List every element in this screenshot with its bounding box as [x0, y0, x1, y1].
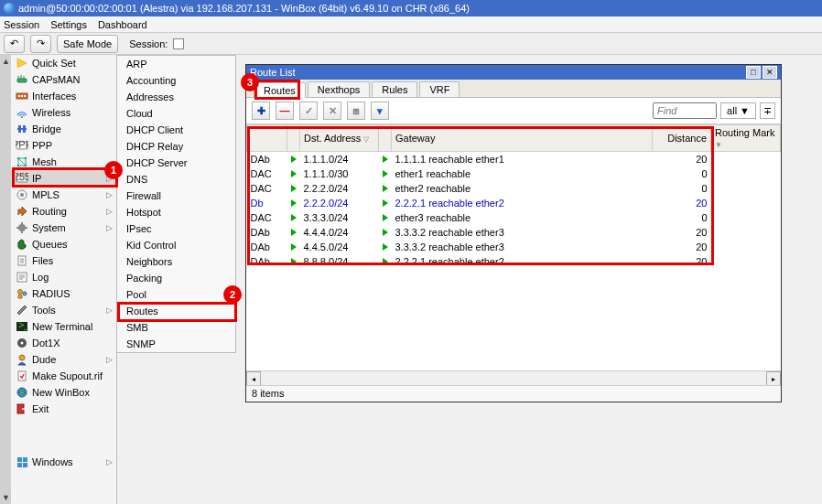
- route-row[interactable]: DAb4.4.5.0/243.3.3.2 reachable ether320: [247, 240, 781, 254]
- filter-all-dropdown[interactable]: all▼: [720, 102, 756, 119]
- route-window-minimize-button[interactable]: □: [746, 66, 761, 79]
- tab-routes[interactable]: Routes: [254, 82, 306, 98]
- route-row[interactable]: DAb1.1.1.0/241.1.1.1 reachable ether120: [247, 152, 781, 166]
- menu-settings[interactable]: Settings: [50, 19, 87, 30]
- bridge-icon: [15, 123, 28, 135]
- submenu-item-hotspot[interactable]: Hotspot: [117, 204, 235, 220]
- svg-rect-30: [16, 227, 19, 229]
- submenu-label: DHCP Server: [126, 157, 187, 168]
- tab-vrf[interactable]: VRF: [419, 81, 460, 97]
- side-rail-up-icon[interactable]: ▲: [2, 57, 10, 66]
- col-distance[interactable]: Distance: [653, 125, 711, 152]
- remove-route-button[interactable]: —: [276, 102, 294, 120]
- comment-route-button[interactable]: 🗉: [347, 102, 365, 120]
- sidebar-item-label: MPLS: [32, 189, 103, 200]
- sidebar-item-routing[interactable]: Routing▷: [11, 203, 116, 220]
- scroll-right-icon[interactable]: ▸: [766, 371, 781, 385]
- enable-route-button[interactable]: ✓: [299, 102, 318, 120]
- sidebar-item-windows[interactable]: Windows▷: [11, 454, 116, 470]
- route-row[interactable]: DAb8.8.8.0/242.2.2.1 reachable ether220: [247, 254, 781, 269]
- session-checkbox[interactable]: [173, 38, 184, 49]
- sidebar-item-radius[interactable]: RADIUS: [11, 285, 116, 302]
- submenu-item-arp[interactable]: ARP: [117, 56, 235, 72]
- menu-dashboard[interactable]: Dashboard: [98, 19, 147, 30]
- submenu-item-packing[interactable]: Packing: [117, 270, 235, 286]
- sidebar-item-ip[interactable]: 255IP▷: [11, 170, 116, 187]
- submenu-item-accounting[interactable]: Accounting: [117, 72, 235, 89]
- sidebar-item-dot1x[interactable]: Dot1X: [11, 335, 116, 351]
- col-routing-mark[interactable]: Routing Mark ▼: [711, 125, 781, 152]
- submenu-item-pool[interactable]: Pool: [117, 286, 235, 303]
- submenu-item-smb[interactable]: SMB: [117, 319, 235, 336]
- sidebar-item-queues[interactable]: Queues: [11, 236, 116, 252]
- radius-icon: [15, 287, 28, 300]
- scroll-left-icon[interactable]: ◂: [246, 371, 261, 385]
- filter-button[interactable]: ▾: [371, 102, 389, 120]
- files-icon: [15, 254, 28, 267]
- route-row[interactable]: DAC1.1.1.0/30ether1 reachable0: [247, 166, 781, 181]
- sidebar-item-new-terminal[interactable]: >_New Terminal: [11, 318, 116, 335]
- chevron-right-icon: ▷: [106, 174, 113, 183]
- submenu-item-addresses[interactable]: Addresses: [117, 89, 235, 105]
- sidebar-item-interfaces[interactable]: Interfaces: [11, 88, 116, 104]
- col-gateway[interactable]: Gateway: [392, 125, 653, 152]
- submenu-item-firewall[interactable]: Firewall: [117, 188, 235, 204]
- chevron-right-icon: ▷: [106, 207, 113, 216]
- sidebar-item-exit[interactable]: Exit: [11, 401, 116, 417]
- undo-button[interactable]: ↶: [4, 35, 25, 53]
- disable-route-button[interactable]: ✕: [323, 102, 341, 120]
- cell-tri2: [379, 240, 392, 254]
- submenu-item-dhcp-server[interactable]: DHCP Server: [117, 155, 235, 171]
- route-row[interactable]: DAb4.4.4.0/243.3.3.2 reachable ether320: [247, 225, 781, 240]
- route-window-titlebar[interactable]: Route List □ ✕: [246, 65, 781, 80]
- svg-rect-50: [17, 457, 22, 462]
- sidebar-item-capsman[interactable]: CAPsMAN: [11, 71, 116, 88]
- sidebar-item-make-supout[interactable]: Make Supout.rif: [11, 368, 116, 384]
- sidebar-item-quick-set[interactable]: Quick Set: [11, 55, 116, 71]
- submenu-item-neighbors[interactable]: Neighbors: [117, 253, 235, 270]
- side-rail-down-icon[interactable]: ▼: [2, 493, 10, 502]
- cell-dst: 2.2.2.0/24: [300, 196, 379, 210]
- filter-overflow-button[interactable]: ∓: [760, 102, 775, 119]
- sidebar-item-new-winbox[interactable]: New WinBox: [11, 384, 116, 401]
- cell-distance: 20: [653, 196, 711, 210]
- sidebar-item-dude[interactable]: Dude▷: [11, 351, 116, 368]
- sidebar-item-mpls[interactable]: MPLS▷: [11, 187, 116, 203]
- menu-session[interactable]: Session: [4, 19, 39, 30]
- submenu-item-snmp[interactable]: SNMP: [117, 336, 235, 352]
- submenu-item-kid-control[interactable]: Kid Control: [117, 237, 235, 253]
- submenu-label: Firewall: [126, 190, 161, 201]
- route-row[interactable]: DAC2.2.2.0/24ether2 reachable0: [247, 181, 781, 196]
- sidebar-item-mesh[interactable]: Mesh: [11, 154, 116, 170]
- route-row[interactable]: DAC3.3.3.0/24ether3 reachable0: [247, 210, 781, 225]
- sidebar-item-ppp[interactable]: PPPPPP: [11, 137, 116, 154]
- route-h-scrollbar[interactable]: ◂ ▸: [246, 370, 781, 385]
- tab-rules[interactable]: Rules: [372, 81, 417, 97]
- sidebar-item-system[interactable]: System▷: [11, 220, 116, 236]
- submenu-item-routes[interactable]: Routes: [117, 303, 235, 319]
- tab-nexthops[interactable]: Nexthops: [308, 81, 370, 97]
- cell-distance: 0: [653, 181, 711, 196]
- sidebar-item-log[interactable]: Log: [11, 269, 116, 285]
- redo-button[interactable]: ↷: [30, 35, 51, 53]
- sidebar-item-files[interactable]: Files: [11, 252, 116, 269]
- route-row[interactable]: Db2.2.2.0/242.2.2.1 reachable ether220: [247, 196, 781, 210]
- col-flags[interactable]: [247, 125, 287, 152]
- submenu-item-ipsec[interactable]: IPsec: [117, 220, 235, 237]
- sidebar-item-wireless[interactable]: Wireless: [11, 104, 116, 121]
- find-input[interactable]: [653, 102, 717, 119]
- submenu-item-cloud[interactable]: Cloud: [117, 105, 235, 122]
- active-icon: [291, 214, 297, 221]
- route-window-close-button[interactable]: ✕: [763, 66, 777, 79]
- safe-mode-button[interactable]: Safe Mode: [57, 35, 118, 53]
- cell-gateway: 2.2.2.1 reachable ether2: [392, 196, 653, 210]
- window-title-bar: admin@50:00:00:02:00:01 (Alestra) via 19…: [0, 0, 822, 16]
- cell-tri2: [379, 254, 392, 269]
- add-route-button[interactable]: ✚: [252, 102, 270, 120]
- submenu-item-dhcp-client[interactable]: DHCP Client: [117, 122, 235, 138]
- col-dst[interactable]: Dst. Address ▽: [300, 125, 379, 152]
- submenu-item-dns[interactable]: DNS: [117, 171, 235, 188]
- sidebar-item-bridge[interactable]: Bridge: [11, 121, 116, 137]
- sidebar-item-tools[interactable]: Tools▷: [11, 302, 116, 318]
- submenu-item-dhcp-relay[interactable]: DHCP Relay: [117, 138, 235, 155]
